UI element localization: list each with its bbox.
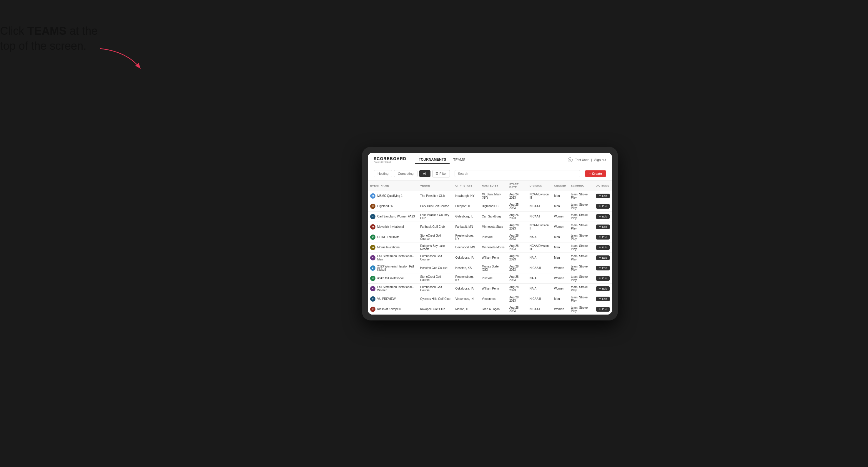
cell-venue: StoneCrest Golf Course [418, 232, 453, 242]
filter-button[interactable]: ☰ Filter [432, 170, 450, 178]
event-logo: K [370, 307, 375, 312]
event-name-text: Carl Sandburg Women FA23 [377, 215, 415, 218]
cell-division: NCAA Division II [527, 222, 552, 232]
cell-actions: ✏ Edit [594, 294, 612, 304]
edit-button[interactable]: ✏ Edit [596, 255, 610, 260]
cell-event-name: U upike fall invitational [368, 273, 418, 283]
cell-city: Marion, IL [453, 304, 479, 314]
cell-event-name: F Fall Statesmen Invitational - Women [368, 283, 418, 294]
tab-competing[interactable]: Competing [394, 170, 417, 177]
cell-gender: Men [552, 294, 569, 304]
cell-date: Aug 28, 2023 [507, 304, 527, 314]
cell-date: Aug 28, 2023 [507, 294, 527, 304]
cell-hosted: Minnesota State [479, 222, 507, 232]
col-hosted-by: HOSTED BY [479, 181, 507, 191]
search-input[interactable] [455, 170, 580, 177]
cell-scoring: team, Stroke Play [569, 263, 594, 273]
nav-teams[interactable]: TEAMS [450, 156, 469, 164]
cell-actions: ✏ Edit [594, 252, 612, 263]
table-row: U UPIKE Fall Invite StoneCrest Golf Cour… [368, 232, 612, 242]
cell-scoring: team, Stroke Play [569, 232, 594, 242]
cell-actions: ✏ Edit [594, 232, 612, 242]
edit-button[interactable]: ✏ Edit [596, 276, 610, 281]
toolbar: Hosting Competing All ☰ Filter + Create [368, 167, 612, 181]
cell-hosted: William Penn [479, 283, 507, 294]
arrow-annotation [91, 45, 150, 75]
search-wrapper [455, 170, 580, 177]
event-name-text: Morris Invitational [377, 246, 400, 249]
cell-date: Aug 28, 2023 [507, 222, 527, 232]
event-name-text: Fall Statesmen Invitational - Men [377, 254, 415, 261]
cell-venue: Lake Bracken Country Club [418, 211, 453, 222]
edit-button[interactable]: ✏ Edit [596, 266, 610, 271]
edit-button[interactable]: ✏ Edit [596, 194, 610, 198]
cell-gender: Women [552, 273, 569, 283]
table-container: EVENT NAME VENUE CITY, STATE HOSTED BY S… [368, 181, 612, 315]
cell-gender: Men [552, 242, 569, 252]
cell-event-name: M Morris Invitational [368, 242, 418, 252]
event-name-text: 2023 Women's Hesston Fall Kickoff [377, 265, 415, 271]
edit-button[interactable]: ✏ Edit [596, 245, 610, 250]
cell-gender: Men [552, 232, 569, 242]
cell-gender: Women [552, 304, 569, 314]
cell-date: Aug 28, 2023 [507, 242, 527, 252]
edit-button[interactable]: ✏ Edit [596, 214, 610, 219]
edit-button[interactable]: ✏ Edit [596, 286, 610, 291]
nav-tournaments[interactable]: TOURNAMENTS [415, 156, 450, 164]
cell-actions: ✏ Edit [594, 273, 612, 283]
tab-hosting[interactable]: Hosting [374, 170, 392, 177]
cell-date: Aug 28, 2023 [507, 283, 527, 294]
edit-button[interactable]: ✏ Edit [596, 204, 610, 209]
cell-gender: Women [552, 211, 569, 222]
header-right: ⚙ Test User | Sign out [568, 157, 606, 162]
col-event-name: EVENT NAME [368, 181, 418, 191]
edit-button[interactable]: ✏ Edit [596, 297, 610, 301]
table-row: U upike fall invitational StoneCrest Gol… [368, 273, 612, 283]
cell-venue: Edmundson Golf Course [418, 252, 453, 263]
instruction-text: Click TEAMS at thetop of the screen. [0, 24, 100, 54]
cell-date: Aug 28, 2023 [507, 252, 527, 263]
user-name: Test User [575, 158, 588, 161]
tablet-device: SCOREBOARD Powered by Clippit TOURNAMENT… [362, 147, 618, 320]
create-button[interactable]: + Create [585, 170, 606, 177]
tablet-screen: SCOREBOARD Powered by Clippit TOURNAMENT… [368, 153, 612, 315]
table-row: M Morris Invitational Ruttger's Bay Lake… [368, 242, 612, 252]
event-name-text: Highland 36 [377, 205, 393, 208]
event-logo: C [370, 214, 375, 219]
cell-venue: StoneCrest Golf Course [418, 273, 453, 283]
cell-date: Aug 28, 2023 [507, 273, 527, 283]
cell-actions: ✏ Edit [594, 191, 612, 201]
cell-scoring: team, Stroke Play [569, 211, 594, 222]
cell-city: Prestonsburg, KY [453, 273, 479, 283]
edit-button[interactable]: ✏ Edit [596, 307, 610, 312]
col-venue: VENUE [418, 181, 453, 191]
settings-icon[interactable]: ⚙ [568, 157, 572, 162]
event-name-text: Fall Statesmen Invitational - Women [377, 285, 415, 292]
cell-city: Deerwood, MN [453, 242, 479, 252]
event-logo: M [370, 245, 375, 250]
cell-gender: Women [552, 263, 569, 273]
cell-date: Aug 24, 2023 [507, 191, 527, 201]
table-row: F Fall Statesmen Invitational - Men Edmu… [368, 252, 612, 263]
cell-gender: Men [552, 252, 569, 263]
cell-event-name: H Highland 36 [368, 201, 418, 211]
edit-button[interactable]: ✏ Edit [596, 235, 610, 240]
event-logo: U [370, 276, 375, 281]
cell-date: Aug 26, 2023 [507, 211, 527, 222]
cell-venue: Park Hills Golf Course [418, 201, 453, 211]
main-nav: TOURNAMENTS TEAMS [415, 156, 568, 164]
sign-out-link[interactable]: Sign out [594, 158, 606, 161]
cell-hosted: Vincennes [479, 294, 507, 304]
cell-scoring: team, Stroke Play [569, 191, 594, 201]
cell-city: Prestonsburg, KY [453, 232, 479, 242]
cell-hosted: Murray State (OK) [479, 263, 507, 273]
table-row: C Carl Sandburg Women FA23 Lake Bracken … [368, 211, 612, 222]
cell-scoring: team, Stroke Play [569, 304, 594, 314]
edit-button[interactable]: ✏ Edit [596, 224, 610, 229]
cell-actions: ✏ Edit [594, 283, 612, 294]
cell-scoring: team, Stroke Play [569, 283, 594, 294]
logo-sub: Powered by Clippit [374, 161, 406, 163]
tab-all[interactable]: All [419, 170, 431, 177]
event-logo: M [370, 193, 375, 199]
cell-event-name: M Maverick Invitational [368, 222, 418, 232]
